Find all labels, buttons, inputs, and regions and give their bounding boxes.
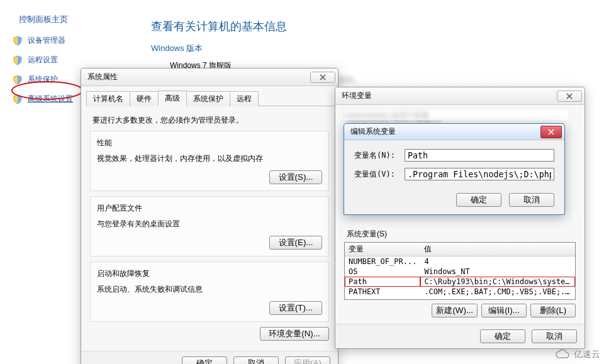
- user-profile-text: 与您登录有关的桌面设置: [97, 219, 322, 229]
- dialog-button-row: 确定 取消 应用(A): [81, 351, 338, 364]
- dialog-titlebar[interactable]: 编辑系统变量: [344, 124, 564, 140]
- edit-var-button[interactable]: 编辑(I)...: [481, 304, 527, 317]
- admin-required-text: 要进行大多数更改，您必须作为管理员登录。: [92, 115, 329, 126]
- tab-strip: 计算机名 硬件 高级 系统保护 远程: [86, 90, 338, 106]
- environment-variables-button[interactable]: 环境变量(N)...: [260, 327, 329, 341]
- watermark: 亿速云: [555, 349, 600, 360]
- tab-computer-name[interactable]: 计算机名: [86, 91, 130, 106]
- table-row[interactable]: PATHEXT.COM;.EXE;.BAT;.CMD;.VBS;.VBE;...: [345, 287, 575, 297]
- close-button[interactable]: [310, 72, 335, 83]
- close-button[interactable]: [557, 91, 582, 102]
- table-row[interactable]: OSWindows_NT: [345, 267, 575, 277]
- apply-button[interactable]: 应用(A): [285, 356, 330, 364]
- dialog-button-row: 确定 取消: [335, 324, 584, 348]
- close-icon: [320, 74, 326, 80]
- dialog-title: 编辑系统变量: [350, 126, 396, 137]
- shield-icon: [13, 94, 23, 104]
- tab-advanced[interactable]: 高级: [158, 91, 187, 106]
- sidebar-header: 控制面板主页: [19, 14, 132, 25]
- startup-header: 启动和故障恢复: [97, 268, 322, 279]
- sidebar-item-label: 远程设置: [28, 55, 58, 65]
- windows-edition-header: Windows 版本: [151, 43, 591, 54]
- performance-settings-button[interactable]: 设置(S)...: [269, 170, 322, 184]
- table-row[interactable]: NUMBER_OF_PR...4: [345, 256, 575, 267]
- close-icon: [548, 129, 554, 135]
- tab-remote[interactable]: 远程: [230, 91, 259, 106]
- col-value[interactable]: 值: [420, 243, 575, 256]
- close-icon: [566, 93, 573, 99]
- shield-icon: [13, 36, 23, 46]
- cancel-button[interactable]: 取消: [509, 193, 554, 207]
- var-value-input[interactable]: [405, 168, 554, 180]
- user-profile-header: 用户配置文件: [97, 203, 322, 214]
- var-name-input[interactable]: [405, 149, 554, 162]
- tab-system-protection[interactable]: 系统保护: [186, 91, 230, 106]
- blurred-overlay: Administrator 的用户变量: [345, 110, 568, 120]
- sidebar-item-label: 系统保护: [28, 74, 58, 85]
- delete-var-button[interactable]: 删除(L): [530, 304, 576, 317]
- table-row-path[interactable]: PathC:\Ruby193\bin;C:\Windows\syste...: [345, 277, 575, 287]
- performance-header: 性能: [97, 138, 322, 148]
- cancel-button[interactable]: 取消: [233, 356, 279, 364]
- startup-settings-button[interactable]: 设置(T)...: [269, 301, 322, 315]
- system-variables-list[interactable]: 变量 值 NUMBER_OF_PR...4 OSWindows_NT PathC…: [344, 242, 576, 300]
- startup-group: 启动和故障恢复 系统启动、系统失败和调试信息 设置(T)...: [90, 262, 329, 322]
- shield-icon: [13, 75, 23, 85]
- startup-text: 系统启动、系统失败和调试信息: [97, 284, 322, 295]
- system-variables-label: 系统变量(S): [347, 229, 576, 240]
- page-title: 查看有关计算机的基本信息: [151, 19, 591, 34]
- sidebar-item-device-manager[interactable]: 设备管理器: [13, 35, 132, 46]
- sidebar-item-label: 高级系统设置: [28, 94, 73, 104]
- user-profile-group: 用户配置文件 与您登录有关的桌面设置 设置(E)...: [90, 196, 329, 256]
- ok-button[interactable]: 确定: [456, 193, 501, 207]
- new-var-button[interactable]: 新建(W)...: [432, 304, 478, 317]
- dialog-title: 系统属性: [87, 72, 118, 82]
- user-profile-settings-button[interactable]: 设置(E)...: [269, 236, 322, 250]
- dialog-title: 环境变量: [342, 91, 372, 101]
- tab-hardware[interactable]: 硬件: [130, 91, 159, 106]
- sidebar-item-remote-settings[interactable]: 远程设置: [13, 55, 132, 65]
- watermark-text: 亿速云: [574, 349, 600, 360]
- cloud-icon: [555, 349, 571, 360]
- performance-text: 视觉效果，处理器计划，内存使用，以及虚拟内存: [97, 153, 322, 164]
- var-name-label: 变量名(N):: [354, 150, 405, 161]
- cancel-button[interactable]: 取消: [532, 329, 577, 343]
- ok-button[interactable]: 确定: [480, 329, 525, 343]
- sidebar-item-label: 设备管理器: [28, 35, 65, 46]
- close-button[interactable]: [540, 126, 562, 138]
- system-properties-dialog: 系统属性 计算机名 硬件 高级 系统保护 远程 要进行大多数更改，您必须作为管理…: [81, 68, 338, 364]
- dialog-titlebar[interactable]: 环境变量: [335, 87, 584, 105]
- ok-button[interactable]: 确定: [182, 356, 227, 364]
- var-value-label: 变量值(V):: [354, 169, 405, 180]
- col-name[interactable]: 变量: [345, 243, 420, 256]
- shield-icon: [13, 55, 23, 65]
- performance-group: 性能 视觉效果，处理器计划，内存使用，以及虚拟内存 设置(S)...: [90, 131, 329, 191]
- dialog-titlebar[interactable]: 系统属性: [81, 69, 338, 86]
- edit-system-variable-dialog: 编辑系统变量 变量名(N): 变量值(V): 确定 取消: [344, 123, 565, 215]
